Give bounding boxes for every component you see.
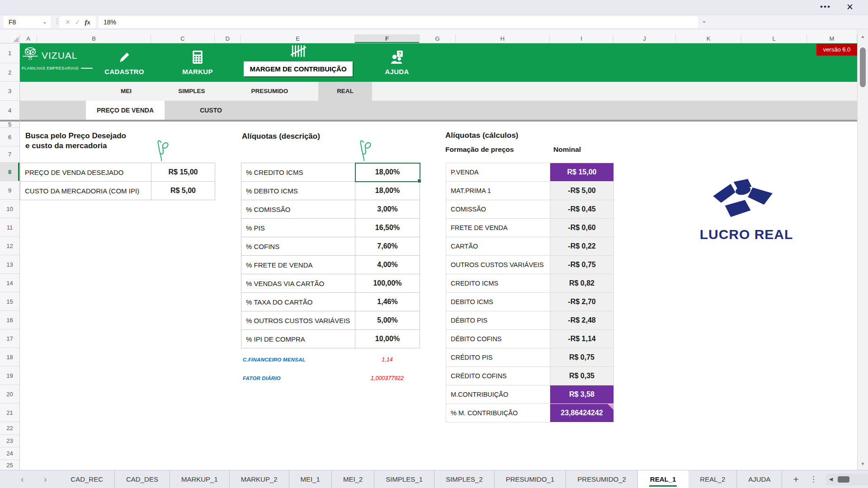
sheet-tab[interactable]: MEI_2 (332, 470, 374, 488)
close-icon[interactable]: ✕ (846, 2, 854, 12)
row-value-cell[interactable]: 23,86424242 (550, 404, 614, 422)
row-header[interactable]: 18 (0, 348, 19, 366)
column-header[interactable]: G (420, 34, 456, 43)
vertical-scrollbar[interactable]: ▲ ▼ (857, 29, 868, 470)
column-header[interactable]: F (355, 34, 420, 43)
row-header[interactable]: 21 (0, 404, 19, 422)
row-value-cell[interactable]: -R$ 0,60 (550, 219, 614, 237)
row-header[interactable]: 22 (0, 422, 19, 435)
sheet-tab[interactable]: PRESUMIDO_2 (566, 470, 638, 488)
row-header[interactable]: 2 (0, 63, 19, 82)
row-label-cell[interactable]: % M. CONTRIBUIÇÃO (446, 404, 550, 422)
row-label-cell[interactable]: % CREDITO ICMS (241, 163, 355, 182)
more-options-icon[interactable]: ••• (820, 2, 831, 11)
column-header[interactable]: M (807, 34, 857, 43)
row-label-cell[interactable]: CREDITO ICMS (446, 274, 550, 293)
next-sheet-icon[interactable]: › (44, 474, 47, 484)
row-value-cell[interactable]: 18,00% (355, 182, 420, 200)
extra-value[interactable]: 1,000377922 (355, 375, 420, 381)
sheet-tab[interactable]: SIMPLES_1 (374, 470, 434, 488)
sheet-tab[interactable]: SIMPLES_2 (434, 470, 495, 488)
row-value-cell[interactable]: -R$ 0,22 (550, 237, 614, 256)
row-header[interactable]: 16 (0, 311, 19, 329)
tab-real[interactable]: REAL (318, 82, 372, 101)
row-header[interactable]: 4 (0, 101, 19, 122)
row-value-cell[interactable]: -R$ 2,70 (550, 293, 614, 311)
column-header[interactable]: L (741, 34, 807, 43)
add-sheet-button[interactable]: + (782, 470, 809, 488)
enter-icon[interactable]: ✓ (75, 19, 80, 26)
horizontal-scroll-thumb[interactable] (838, 476, 849, 483)
tab-preco-de-venda[interactable]: PREÇO DE VENDA (86, 101, 165, 120)
vertical-scroll-thumb[interactable] (860, 47, 866, 87)
column-header[interactable]: A (20, 34, 37, 43)
cancel-icon[interactable]: ✕ (65, 19, 71, 26)
column-header[interactable]: H (456, 34, 550, 43)
row-header[interactable]: 23 (0, 435, 19, 447)
row-label-cell[interactable]: PREÇO DE VENDA DESEJADO (20, 163, 151, 182)
row-label-cell[interactable]: COMISSÃO (446, 200, 550, 219)
row-label-cell[interactable]: FRETE DE VENDA (446, 219, 550, 237)
row-header[interactable]: 11 (0, 218, 19, 237)
column-header[interactable]: I (550, 34, 613, 43)
nav-markup[interactable]: MARKUP (164, 48, 231, 75)
row-label-cell[interactable]: CARTÃO (446, 237, 550, 256)
row-value-cell[interactable]: 4,00% (355, 256, 420, 274)
row-value-cell[interactable]: R$ 0,75 (550, 348, 614, 367)
sheet-tab[interactable]: MARKUP_2 (230, 470, 289, 488)
row-header[interactable]: 24 (0, 447, 19, 460)
row-header[interactable]: 5 (0, 122, 19, 128)
row-label-cell[interactable]: CRÉDITO PIS (446, 348, 550, 367)
sheet-tab[interactable]: REAL_2 (689, 470, 737, 488)
row-value-cell[interactable]: R$ 3,58 (550, 385, 614, 404)
tab-simples[interactable]: SIMPLES (165, 82, 219, 101)
select-all-corner[interactable] (0, 34, 20, 43)
extra-value[interactable]: 1,14 (355, 357, 420, 363)
row-header[interactable]: 8 (0, 163, 19, 181)
row-value-cell[interactable]: 100,00% (355, 274, 420, 293)
row-value-cell[interactable]: -R$ 0,75 (550, 256, 614, 274)
row-label-cell[interactable]: OUTROS CUSTOS VARIÁVEIS (446, 256, 550, 274)
nav-margem-de-contribuicao[interactable]: MARGEM DE CONTRIBUIÇÃO (244, 61, 353, 76)
sheet-tab[interactable]: MEI_1 (289, 470, 332, 488)
row-label-cell[interactable]: % DEBITO ICMS (241, 182, 355, 200)
row-header[interactable]: 17 (0, 329, 19, 348)
row-value-cell[interactable]: R$ 15,00 (151, 163, 215, 182)
row-label-cell[interactable]: M.CONTRIBUIÇÃO (446, 385, 550, 404)
sheet-tab[interactable]: MARKUP_1 (170, 470, 230, 488)
row-label-cell[interactable]: DÉBITO PIS (446, 311, 550, 330)
row-header[interactable]: 20 (0, 385, 19, 404)
tab-menu-icon[interactable]: ⋮ (810, 474, 818, 484)
scroll-down-icon[interactable]: ▼ (858, 461, 868, 466)
column-header[interactable]: J (613, 34, 676, 43)
row-label-cell[interactable]: DEBITO ICMS (446, 293, 550, 311)
nav-cadastro[interactable]: CADASTRO (90, 48, 158, 75)
row-header[interactable]: 14 (0, 274, 19, 292)
row-label-cell[interactable]: P.VENDA (446, 163, 550, 182)
horizontal-scrollbar[interactable]: ◀ ▶ (826, 474, 868, 485)
row-value-cell[interactable]: 1,46% (355, 293, 420, 311)
sheet-tab[interactable]: CAD_DES (115, 470, 170, 488)
row-label-cell[interactable]: % TAXA DO CARTÃO (241, 293, 355, 311)
row-header[interactable]: 19 (0, 366, 19, 385)
insert-function-icon[interactable]: fx (85, 19, 90, 26)
row-header[interactable]: 7 (0, 146, 19, 163)
sheet-tab[interactable]: CAD_REC (59, 470, 115, 488)
scroll-up-icon[interactable]: ▲ (858, 34, 868, 39)
column-header[interactable]: K (676, 34, 741, 43)
row-label-cell[interactable]: % PIS (241, 219, 355, 237)
tab-custo[interactable]: CUSTO (183, 101, 239, 120)
nav-ajuda[interactable]: ? AJUDA (363, 48, 431, 75)
row-value-cell[interactable]: 3,00% (355, 200, 420, 219)
column-header[interactable]: E (241, 34, 355, 43)
row-header[interactable]: 10 (0, 200, 19, 218)
row-value-cell[interactable]: -R$ 5,00 (550, 182, 614, 200)
row-value-cell[interactable]: R$ 0,82 (550, 274, 614, 293)
row-label-cell[interactable]: % COMISSÃO (241, 200, 355, 219)
column-header[interactable]: B (37, 34, 151, 43)
prev-sheet-icon[interactable]: ‹ (21, 474, 24, 484)
row-value-cell[interactable]: 18,00% (355, 163, 420, 182)
row-header[interactable]: 3 (0, 82, 19, 101)
row-label-cell[interactable]: % OUTROS CUSTOS VARIÁVEIS (241, 311, 355, 330)
row-label-cell[interactable]: % VENDAS VIA CARTÃO (241, 274, 355, 293)
